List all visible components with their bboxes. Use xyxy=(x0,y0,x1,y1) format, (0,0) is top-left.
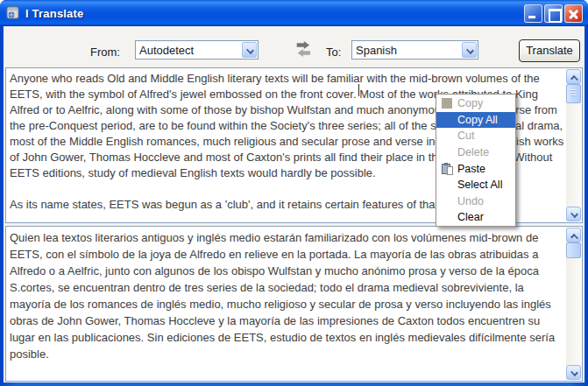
from-language-value: Autodetect xyxy=(136,44,194,57)
copy-icon xyxy=(436,98,457,109)
translated-text-area[interactable]: Quien lea textos literarios antiguos y i… xyxy=(5,226,583,382)
scroll-down-icon[interactable] xyxy=(566,365,581,380)
menu-item-cut: Cut xyxy=(436,128,515,144)
menu-item-copy: Copy xyxy=(436,95,515,112)
scroll-up-icon[interactable] xyxy=(566,228,581,242)
menu-item-paste[interactable]: Paste xyxy=(436,160,515,177)
menu-item-copy-all[interactable]: Copy All xyxy=(436,112,515,129)
title-bar[interactable]: I Translate xyxy=(0,0,588,26)
chevron-down-icon[interactable] xyxy=(242,42,257,58)
context-menu: Copy Copy All Cut Delete Paste xyxy=(436,94,516,227)
minimize-button[interactable] xyxy=(524,4,542,23)
chevron-down-icon[interactable] xyxy=(462,42,477,58)
translated-text[interactable]: Quien lea textos literarios antiguos y i… xyxy=(6,227,566,381)
scrollbar-thumb[interactable] xyxy=(566,84,581,103)
to-label: To: xyxy=(326,46,341,59)
translated-paragraph-2: Como su nombre, EETS se inició como un '… xyxy=(10,378,564,381)
paste-icon xyxy=(436,163,457,175)
from-language-select[interactable]: Autodetect xyxy=(135,40,259,60)
app-icon xyxy=(6,6,20,20)
menu-item-select-all[interactable]: Select All xyxy=(436,177,515,193)
scroll-up-icon[interactable] xyxy=(566,69,581,84)
source-scrollbar[interactable] xyxy=(566,69,581,221)
maximize-button[interactable] xyxy=(544,4,563,23)
translate-button[interactable]: Translate xyxy=(519,39,580,62)
menu-item-clear[interactable]: Clear xyxy=(436,209,515,226)
to-language-value: Spanish xyxy=(352,44,397,57)
app-window: I Translate From: Autodetect To: Spanish… xyxy=(0,0,588,386)
to-language-select[interactable]: Spanish xyxy=(351,40,478,60)
menu-item-delete: Delete xyxy=(436,144,515,161)
translated-scrollbar[interactable] xyxy=(566,228,581,380)
translated-paragraph-1: Quien lea textos literarios antiguos y i… xyxy=(10,229,564,362)
scroll-down-icon[interactable] xyxy=(566,207,581,221)
close-button[interactable] xyxy=(564,4,583,23)
menu-item-undo: Undo xyxy=(436,193,515,210)
from-label: From: xyxy=(90,46,120,59)
client-area: From: Autodetect To: Spanish Translate A… xyxy=(4,26,584,382)
scrollbar-thumb[interactable] xyxy=(566,242,581,258)
text-caret xyxy=(358,84,359,96)
window-title: I Translate xyxy=(25,7,84,20)
swap-languages-icon[interactable] xyxy=(294,41,314,57)
